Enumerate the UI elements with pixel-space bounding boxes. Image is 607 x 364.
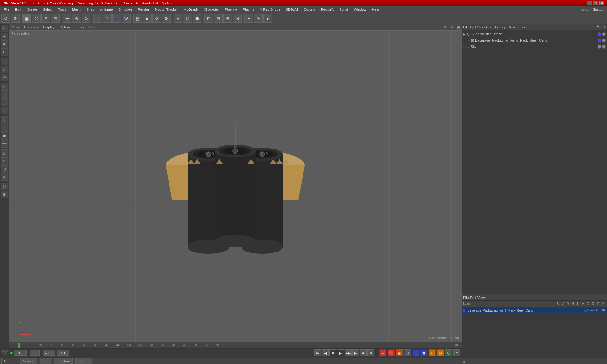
obj-row-packaging[interactable]: ├ ⊞ Beverage_Packaging_for_6_Pack_Beer_C… <box>463 37 606 44</box>
menu-edit[interactable]: Edit <box>13 7 24 12</box>
lock-z-button[interactable]: Z <box>112 14 121 23</box>
menu-mograph[interactable]: MoGraph <box>181 7 201 12</box>
lt-loop-sel[interactable]: ⊓ <box>1 107 8 114</box>
menu-plugins[interactable]: Plugins <box>240 7 257 12</box>
obj-bottom-edit[interactable]: Edit <box>470 296 476 300</box>
menu-mesh[interactable]: Mesh <box>70 7 83 12</box>
vp-menu-view[interactable]: View <box>10 25 20 29</box>
lt-relax[interactable]: ⊗ <box>1 173 8 181</box>
obj-menu-file[interactable]: File <box>463 25 469 29</box>
vp-menu-cameras[interactable]: Cameras <box>23 25 40 29</box>
vp-render-btn[interactable]: ▣ <box>457 25 460 29</box>
close-button[interactable]: ✕ <box>599 1 604 5</box>
sel-icon-7[interactable]: ⊟ <box>601 309 604 312</box>
frame-advance-button[interactable]: ⊞ <box>404 349 411 356</box>
render-region-button[interactable]: ▤ <box>133 14 142 23</box>
lt-magnet[interactable]: U <box>1 149 8 157</box>
photorealistic-button[interactable]: ✦ <box>244 14 253 23</box>
render-settings-button[interactable]: ⚙ <box>162 14 171 23</box>
lock-x-button[interactable]: X <box>93 14 102 23</box>
obj-pkg-toggle-2[interactable] <box>602 39 606 42</box>
lt-select[interactable]: ↖ <box>1 25 8 32</box>
tab-function[interactable]: Function <box>54 358 73 364</box>
menu-select[interactable]: Select <box>40 7 55 12</box>
obj-bottom-file[interactable]: File <box>463 296 469 300</box>
sel-icon-1[interactable]: ⬡ <box>584 309 587 312</box>
obj-config-icon[interactable]: ⚙ <box>603 25 606 29</box>
undo-button[interactable]: ↺ <box>1 14 10 23</box>
viewport-shading-button[interactable]: ◈ <box>174 14 182 23</box>
lt-scale[interactable]: ⊞ <box>1 40 8 48</box>
ambient-occ-button[interactable]: ● <box>263 14 272 23</box>
sel-icon-3[interactable]: — <box>590 309 593 312</box>
object-mode-button[interactable]: ⬡ <box>32 14 41 23</box>
play-fast-button[interactable]: ▶▶ <box>345 349 352 356</box>
sel-icon-8[interactable]: H <box>604 309 607 312</box>
menu-script[interactable]: Script <box>337 7 351 12</box>
menu-vray[interactable]: V-Ray Bridge <box>257 7 283 12</box>
vp-menu-panel[interactable]: Panel <box>88 25 100 29</box>
end-frame-display[interactable] <box>43 350 55 356</box>
texture-mode-button[interactable]: ⊞ <box>41 14 50 23</box>
lt-rotate[interactable]: ↻ <box>1 48 8 56</box>
motion-blend-button[interactable]: ⊗ <box>437 349 444 356</box>
snap-button[interactable]: ⊡ <box>204 14 213 23</box>
timeline-ruler[interactable]: 0 5 10 15 20 25 30 35 40 45 50 55 60 65 … <box>9 342 462 349</box>
obj-bottom-content[interactable]: Beverage_Packaging_for_6_Pack_Beer_Cans … <box>462 307 607 358</box>
world-space-button[interactable]: W <box>122 14 131 23</box>
global-illum-button[interactable]: ☀ <box>254 14 263 23</box>
total-frames-input[interactable] <box>57 350 69 356</box>
menu-3dtoall[interactable]: 3DToAll <box>284 7 301 12</box>
render-active-button[interactable]: ▶ <box>143 14 152 23</box>
object-manager-content[interactable]: ▶ ⬡ Subdivision Surface ├ ⊞ Beverage_Pac… <box>462 30 607 294</box>
lt-extrude[interactable]: ↑ <box>1 124 8 132</box>
obj-pkg-toggle-1[interactable] <box>598 39 601 42</box>
prev-frame-button[interactable]: ◀ <box>322 349 329 356</box>
vp-config-btn[interactable]: ⚙ <box>450 25 453 29</box>
lt-points[interactable]: · <box>1 58 8 65</box>
menu-pipeline[interactable]: Pipeline <box>222 7 240 12</box>
tab-create[interactable]: Create <box>1 358 17 364</box>
tab-texture[interactable]: Texture <box>75 358 92 364</box>
obj-menu-bookmarks[interactable]: Bookmarks <box>508 25 525 29</box>
auto-record-button[interactable]: 🔴 <box>388 349 395 356</box>
obj-menu-view[interactable]: View <box>477 25 485 29</box>
enable-axis-button[interactable]: ⊕ <box>223 14 232 23</box>
3d-viewport[interactable]: Perspective <box>9 30 462 342</box>
lock-y-button[interactable]: Y <box>103 14 112 23</box>
obj-row-sky[interactable]: ◌ ○ Sky <box>463 44 606 50</box>
lt-sds[interactable]: ⬡ <box>1 183 8 190</box>
workplane-button[interactable]: ⊟ <box>51 14 60 23</box>
sel-icon-5[interactable]: ⊕ <box>596 309 598 312</box>
lt-bridge[interactable]: ⟺ <box>1 140 8 148</box>
lt-knife[interactable]: ╲ <box>1 116 8 124</box>
lt-move[interactable]: ✛ <box>1 33 8 40</box>
obj-menu-tags[interactable]: Tags <box>499 25 506 29</box>
vp-menu-display[interactable]: Display <box>42 25 56 29</box>
menu-file[interactable]: File <box>1 7 12 12</box>
lt-poly[interactable]: ◇ <box>1 74 8 81</box>
menu-tools[interactable]: Tools <box>56 7 69 12</box>
menu-create[interactable]: Create <box>24 7 40 12</box>
viewport-wire-button[interactable]: ⬡ <box>183 14 192 23</box>
tab-edit[interactable]: Edit <box>40 358 51 364</box>
lt-brush[interactable]: S <box>1 157 8 165</box>
play-forward-button[interactable]: ▶ <box>337 349 344 356</box>
quantize-button[interactable]: ⊞ <box>214 14 223 23</box>
keyframe-button[interactable]: ⬟ <box>420 349 427 356</box>
lt-paint[interactable]: ⊕ <box>1 191 8 198</box>
lt-free-sel[interactable]: ◌ <box>1 99 8 106</box>
layout-btn[interactable]: ≡ <box>453 349 460 356</box>
redo-button[interactable]: ⟳ <box>11 14 20 23</box>
lt-bevel[interactable]: ⬟ <box>1 132 8 140</box>
scale-tool[interactable]: ⊕ <box>72 14 81 23</box>
menu-redshift[interactable]: Redshift <box>318 7 336 12</box>
menu-animate[interactable]: Animate <box>98 7 115 12</box>
obj-sky-toggle-2[interactable] <box>602 45 606 49</box>
model-mode-button[interactable]: ▣ <box>22 14 31 23</box>
skip-end-button[interactable]: ⏭ <box>360 349 367 356</box>
obj-selected-row[interactable]: Beverage_Packaging_for_6_Pack_Beer_Cans … <box>462 307 607 313</box>
obj-menu-edit[interactable]: Edit <box>470 25 476 29</box>
lt-live-sel[interactable]: ⊙ <box>1 83 8 91</box>
render-to-po-button[interactable]: ⟳ <box>152 14 161 23</box>
